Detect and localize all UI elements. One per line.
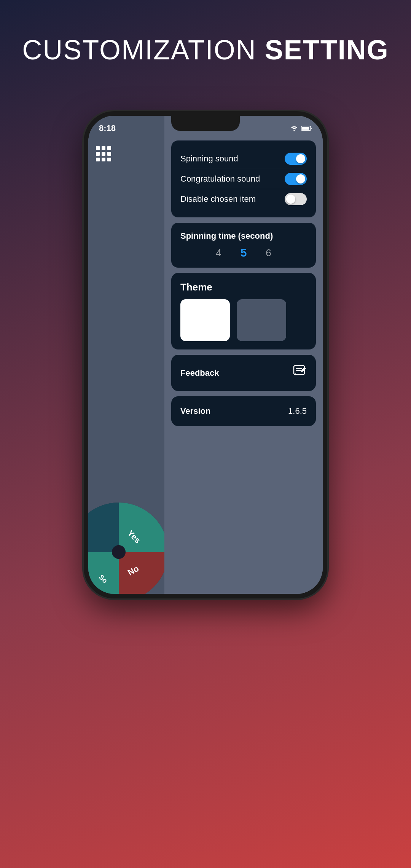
congratulation-sound-row: Congratulation sound — [180, 169, 307, 189]
feedback-label: Feedback — [180, 368, 219, 378]
svg-rect-1 — [302, 127, 309, 129]
wheel-graphic: Yes No So — [88, 499, 164, 594]
sidebar-area: Yes No So — [88, 116, 164, 594]
sounds-card: Spinning sound Congratulation sound Disa… — [171, 140, 316, 217]
time-option-4[interactable]: 4 — [216, 247, 221, 259]
notch — [171, 116, 240, 131]
version-value: 1.6.5 — [288, 406, 307, 416]
version-label: Version — [180, 406, 210, 416]
theme-options — [180, 299, 307, 341]
status-time: 8:18 — [99, 123, 116, 133]
disable-chosen-toggle[interactable] — [285, 193, 307, 205]
wifi-icon — [290, 125, 298, 131]
congratulation-sound-toggle[interactable] — [285, 173, 307, 185]
theme-label: Theme — [180, 281, 307, 293]
disable-chosen-row: Disable chosen item — [180, 189, 307, 209]
spinning-sound-row: Spinning sound — [180, 149, 307, 169]
menu-icon[interactable] — [96, 146, 111, 161]
congratulation-sound-label: Congratulation sound — [180, 174, 260, 184]
theme-card: Theme — [171, 273, 316, 349]
time-option-5[interactable]: 5 — [241, 246, 247, 259]
spinning-time-label: Spinning time (second) — [180, 231, 307, 241]
theme-option-light[interactable] — [180, 299, 230, 341]
feedback-card[interactable]: Feedback — [171, 355, 316, 391]
feedback-row: Feedback — [180, 363, 307, 383]
spinning-sound-toggle[interactable] — [285, 153, 307, 165]
time-options: 4 5 6 — [180, 246, 307, 259]
phone-screen: 8:18 — [88, 116, 323, 594]
feedback-icon — [293, 365, 307, 381]
battery-icon — [301, 125, 312, 131]
content-area: Spinning sound Congratulation sound Disa… — [164, 116, 323, 594]
disable-chosen-label: Disable chosen item — [180, 194, 256, 204]
theme-option-dark[interactable] — [237, 299, 286, 341]
version-row: Version 1.6.5 — [180, 405, 307, 418]
spinning-sound-label: Spinning sound — [180, 154, 238, 164]
time-option-6[interactable]: 6 — [266, 247, 271, 259]
spinning-time-card: Spinning time (second) 4 5 6 — [171, 223, 316, 268]
svg-point-3 — [112, 545, 126, 559]
phone-shell: 8:18 — [84, 111, 327, 598]
status-icons — [290, 125, 312, 131]
version-card: Version 1.6.5 — [171, 396, 316, 426]
page-title: CUSTOMIZATION SETTING — [22, 34, 389, 65]
